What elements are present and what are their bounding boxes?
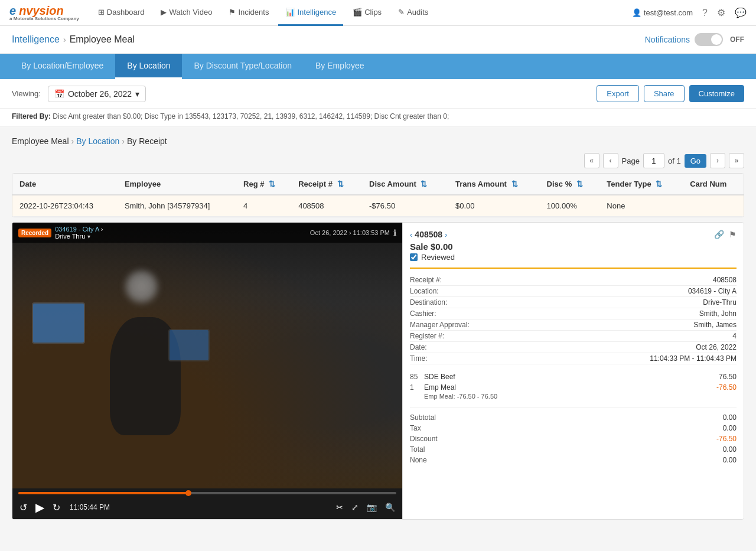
nav-clips[interactable]: 🎬 Clips (346, 0, 389, 26)
nav-audits[interactable]: ✎ Audits (391, 0, 435, 26)
item-price: 76.50 (707, 373, 737, 381)
results-table: Date Employee Reg # ⇅ Receipt # ⇅ Disc A… (12, 174, 744, 217)
clip-icon: 🎬 (353, 8, 362, 17)
breadcrumb-separator: › (63, 35, 66, 44)
total-row-discount: Discount -76.50 (410, 433, 737, 444)
col-trans-amount[interactable]: Trans Amount ⇅ (448, 174, 540, 195)
cell-card-num (683, 195, 744, 217)
scissors-button[interactable]: ✂ (335, 501, 344, 513)
col-disc-pct[interactable]: Disc % ⇅ (540, 174, 600, 195)
tab-by-location-employee[interactable]: By Location/Employee (9, 54, 115, 79)
flag-receipt-icon[interactable]: ⚑ (729, 230, 737, 239)
settings-icon[interactable]: ⚙ (717, 7, 725, 18)
grid-icon: ⊞ (98, 8, 105, 17)
playback-time: 11:05:44 PM (70, 503, 110, 511)
video-panel: Recorded 034619 - City A › Drive Thru ▾ … (12, 223, 402, 519)
help-icon[interactable]: ? (702, 8, 708, 18)
page-number-input[interactable] (643, 153, 664, 168)
link-icon[interactable]: 🔗 (714, 230, 724, 239)
video-top-bar: Recorded 034619 - City A › Drive Thru ▾ … (12, 223, 402, 243)
table-header-row: Date Employee Reg # ⇅ Receipt # ⇅ Disc A… (12, 174, 744, 195)
camera-button[interactable]: 📷 (366, 501, 378, 513)
nav-watch-video[interactable]: ▶ Watch Video (154, 0, 219, 26)
total-row-total: Total 0.00 (410, 444, 737, 455)
sort-icon: ⇅ (421, 180, 427, 188)
col-disc-amount[interactable]: Disc Amount ⇅ (362, 174, 448, 195)
detail-date: Date: Oct 26, 2022 (410, 342, 737, 353)
total-row-subtotal: Subtotal 0.00 (410, 412, 737, 423)
page-prev-button[interactable]: ‹ (603, 153, 618, 168)
breadcrumb-intelligence-link[interactable]: Intelligence (12, 34, 60, 45)
cell-date: 2022-10-26T23:04:43 (12, 195, 118, 217)
col-reg[interactable]: Reg # ⇅ (236, 174, 291, 195)
col-tender-type[interactable]: Tender Type ⇅ (599, 174, 683, 195)
receipt-detail-table: Receipt #: 408508 Location: 034619 - Cit… (410, 275, 737, 364)
receipt-prev-button[interactable]: ‹ (410, 230, 412, 239)
page-prev-prev-button[interactable]: « (584, 153, 599, 168)
share-button[interactable]: Share (644, 85, 685, 102)
export-button[interactable]: Export (597, 85, 639, 102)
chevron-down-icon: ▾ (87, 233, 90, 240)
monitor-shape-left (32, 302, 85, 344)
sort-icon: ⇅ (511, 180, 518, 188)
progress-dot (185, 490, 191, 496)
date-value: October 26, 2022 (68, 89, 132, 99)
cell-trans-amount: $0.00 (448, 195, 540, 217)
tab-by-discount-type[interactable]: By Discount Type/Location (182, 54, 304, 79)
date-picker-button[interactable]: 📅 October 26, 2022 ▾ (48, 86, 146, 102)
go-button[interactable]: Go (685, 154, 706, 168)
total-row-tender: None 0.00 (410, 455, 737, 465)
item-qty: 85 (410, 373, 424, 381)
info-icon[interactable]: ℹ (393, 228, 396, 237)
notifications-toggle[interactable] (695, 33, 723, 46)
notifications-area: Notifications OFF (645, 33, 744, 46)
chart-icon: 📊 (285, 8, 295, 17)
detail-cashier: Cashier: Smith, John (410, 308, 737, 319)
sort-icon: ⇅ (337, 180, 344, 188)
controls-row: ↺ ▶ ↻ 11:05:44 PM ✂ ⤢ 📷 🔍 (18, 499, 396, 516)
nav-items: ⊞ Dashboard ▶ Watch Video ⚑ Incidents 📊 … (91, 0, 632, 26)
video-frame (12, 223, 402, 488)
toggle-off-label: OFF (730, 35, 744, 44)
sub-bc-current: By Receipt (127, 136, 167, 146)
reviewed-checkbox[interactable] (410, 253, 418, 261)
nav-intelligence[interactable]: 📊 Intelligence (278, 0, 343, 26)
video-timestamp: Oct 26, 2022 › 11:03:53 PM (310, 229, 390, 236)
rewind-button[interactable]: ↺ (18, 501, 28, 514)
detail-receipt-num: Receipt #: 408508 (410, 275, 737, 286)
tab-by-location[interactable]: By Location (115, 54, 182, 79)
table-row[interactable]: 2022-10-26T23:04:43 Smith, John [3457979… (12, 195, 744, 217)
location-link[interactable]: 034619 - City A (55, 226, 99, 233)
sub-bc-by-location-link[interactable]: By Location (76, 136, 119, 146)
play-button[interactable]: ▶ (34, 499, 45, 516)
nav-right: 👤 test@test.com ? ⚙ 💬 (632, 7, 747, 18)
customize-button[interactable]: Customize (689, 85, 744, 102)
filtered-by-bar: Filtered By: Disc Amt greater than $0.00… (0, 109, 756, 127)
page-next-button[interactable]: › (710, 153, 725, 168)
reviewed-row: Reviewed (410, 253, 737, 262)
expand-button[interactable]: ⤢ (350, 501, 360, 513)
receipt-next-button[interactable]: › (445, 230, 447, 239)
col-card-num: Card Num (683, 174, 744, 195)
zoom-button[interactable]: 🔍 (384, 501, 396, 513)
col-receipt[interactable]: Receipt # ⇅ (291, 174, 362, 195)
monitor-shape-center (168, 329, 210, 361)
progress-bar[interactable] (18, 492, 396, 494)
item-name: SDE Beef (424, 373, 707, 381)
edit-icon: ✎ (398, 8, 405, 17)
detail-time: Time: 11:04:33 PM - 11:04:43 PM (410, 353, 737, 364)
play-icon: ▶ (161, 8, 167, 17)
fast-forward-button[interactable]: ↻ (51, 501, 61, 514)
item-name: Emp Meal (424, 383, 707, 392)
reviewed-label: Reviewed (421, 253, 455, 262)
page-next-next-button[interactable]: » (729, 153, 744, 168)
nav-incidents[interactable]: ⚑ Incidents (221, 0, 276, 26)
filter-actions: Export Share Customize (597, 85, 744, 102)
sort-icon: ⇅ (656, 180, 662, 188)
chat-icon[interactable]: 💬 (735, 7, 747, 18)
filter-bar: Viewing: 📅 October 26, 2022 ▾ Export Sha… (0, 79, 756, 109)
sub-bc-root: Employee Meal (12, 136, 69, 146)
tab-by-employee[interactable]: By Employee (304, 54, 376, 79)
nav-dashboard[interactable]: ⊞ Dashboard (91, 0, 152, 26)
filtered-by-value: Disc Amt greater than $0.00; Disc Type i… (53, 112, 449, 120)
